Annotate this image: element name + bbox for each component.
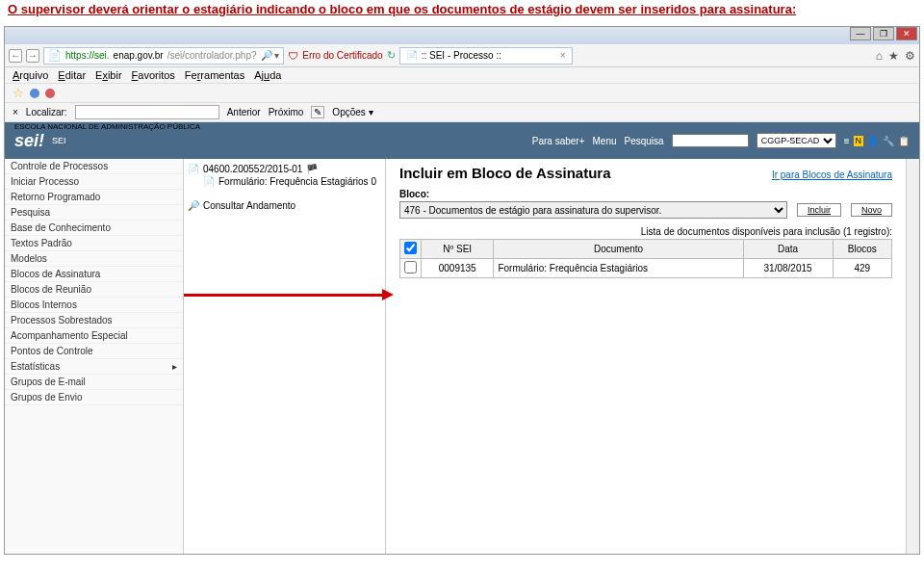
header-icon-4[interactable]: 🔧 (883, 136, 894, 146)
sidebar: Controle de Processos Iniciar Processo R… (5, 159, 184, 554)
row-checkbox[interactable] (404, 261, 417, 273)
sidebar-item-grupos-email[interactable]: Grupos de E-mail (5, 375, 183, 390)
header-link-saber[interactable]: Para saber+ (532, 136, 585, 146)
sidebar-item-blocos-assin[interactable]: Blocos de Assinatura (5, 267, 183, 282)
sei-logo: sei! (14, 131, 44, 151)
highlight-icon[interactable]: ✎ (311, 106, 324, 118)
browser-window: — ❐ ✕ ← → 📄 https://sei.enap.gov.br/sei/… (4, 26, 920, 555)
toolbar: ☆ (5, 84, 919, 103)
documents-table: Nº SEI Documento Data Blocos 0009135 For… (399, 239, 892, 278)
header-link-pesquisa[interactable]: Pesquisa (625, 136, 664, 146)
find-next[interactable]: Próximo (269, 107, 304, 117)
menubar: Arquivo Editar Exibir Favoritos Ferramen… (5, 67, 919, 84)
flag-icon: 🏴 (306, 164, 318, 174)
url-bar[interactable]: 📄 https://sei.enap.gov.br/sei/controlado… (43, 47, 284, 65)
tab-icon: 📄 (406, 50, 418, 61)
tools-icon[interactable]: ⚙ (905, 49, 915, 63)
forward-button[interactable]: → (26, 49, 39, 63)
menu-exibir[interactable]: Exibir (95, 69, 122, 81)
cert-error[interactable]: Erro do Certificado (302, 50, 382, 61)
list-caption: Lista de documentos disponíveis para inc… (399, 226, 892, 237)
th-blocos: Blocos (833, 240, 891, 259)
header-icon-3[interactable]: 👤 (867, 136, 879, 146)
menu-ajuda[interactable]: Ajuda (254, 69, 281, 81)
sidebar-item-textos[interactable]: Textos Padrão (5, 236, 183, 251)
sidebar-item-grupos-envio[interactable]: Grupos de Envio (5, 390, 183, 405)
findbar: × Localizar: Anterior Próximo ✎ Opções ▾ (5, 103, 919, 122)
home-icon[interactable]: ⌂ (876, 49, 883, 63)
close-button[interactable]: ✕ (896, 27, 917, 40)
sidebar-item-retorno[interactable]: Retorno Programado (5, 190, 183, 205)
sidebar-item-controle[interactable]: Controle de Processos (5, 159, 183, 174)
select-all-checkbox[interactable] (404, 242, 417, 254)
tab-close-icon[interactable]: × (560, 50, 566, 61)
tab-title: :: SEI - Processo :: (422, 50, 501, 61)
cell-numsei: 0009135 (422, 259, 494, 278)
star-icon[interactable]: ☆ (13, 86, 24, 100)
sidebar-item-iniciar[interactable]: Iniciar Processo (5, 174, 183, 190)
favorites-icon[interactable]: ★ (888, 49, 899, 63)
th-data: Data (743, 240, 833, 259)
menu-editar[interactable]: Editar (58, 69, 86, 81)
tree-panel: 📄 04600.200552/2015-01 🏴 📄 Formulário: F… (184, 159, 386, 554)
find-prev[interactable]: Anterior (227, 107, 261, 117)
th-numsei: Nº SEI (422, 240, 494, 259)
sidebar-item-pesquisa[interactable]: Pesquisa (5, 205, 183, 221)
sidebar-item-acomp[interactable]: Acompanhamento Especial (5, 328, 183, 344)
sidebar-item-modelos[interactable]: Modelos (5, 251, 183, 267)
sidebar-item-pontos[interactable]: Pontos de Controle (5, 344, 183, 359)
refresh-icon[interactable]: ↻ (387, 49, 396, 62)
tree-process[interactable]: 📄 04600.200552/2015-01 🏴 (188, 163, 381, 175)
sei-sublabel: SEI (52, 136, 66, 145)
maximize-button[interactable]: ❐ (873, 27, 894, 40)
tree-andamento[interactable]: 🔎 Consultar Andamento (188, 199, 381, 212)
tree-doc[interactable]: 📄 Formulário: Frequência Estagiários 0 (188, 175, 381, 188)
menu-arquivo[interactable]: Arquivo (13, 69, 48, 81)
header-icon-5[interactable]: 📋 (898, 136, 910, 146)
incluir-button[interactable]: Incluir (797, 203, 841, 217)
instruction-text: O supervisor deverá orientar o estagiári… (0, 0, 924, 18)
shield-icon: 🛡 (288, 50, 298, 62)
find-label: Localizar: (26, 107, 67, 117)
sidebar-item-base[interactable]: Base de Conhecimento (5, 221, 183, 236)
org-name: ESCOLA NACIONAL DE ADMINISTRAÇÃO PÚBLICA (14, 122, 200, 131)
url-path: /sei/controlador.php? (167, 50, 257, 61)
novo-button[interactable]: Novo (851, 203, 892, 217)
titlebar: — ❐ ✕ (5, 27, 919, 44)
find-input[interactable] (75, 105, 219, 119)
th-documento: Documento (494, 240, 743, 259)
doc-icon: 📄 (203, 176, 215, 187)
header-link-menu[interactable]: Menu (593, 136, 617, 146)
table-row[interactable]: 0009135 Formulário: Frequência Estagiári… (400, 259, 892, 278)
content-area: Controle de Processos Iniciar Processo R… (5, 159, 919, 554)
bloco-select[interactable]: 476 - Documentos de estágio para assinat… (399, 201, 787, 219)
minimize-button[interactable]: — (850, 27, 871, 40)
browser-tab[interactable]: 📄 :: SEI - Processo :: × (399, 47, 573, 65)
sidebar-item-sobrestados[interactable]: Processos Sobrestados (5, 313, 183, 328)
sidebar-item-estat[interactable]: Estatísticas▸ (5, 359, 183, 375)
search-icon: 🔎 (188, 200, 199, 211)
findbar-close-icon[interactable]: × (13, 107, 18, 117)
unit-select[interactable]: CGGP-SECAD (757, 133, 836, 148)
header-icon-1[interactable]: ≡ (844, 136, 850, 146)
cell-doc: Formulário: Frequência Estagiários (494, 259, 743, 278)
scrollbar[interactable] (906, 159, 919, 554)
sidebar-item-blocos-internos[interactable]: Blocos Internos (5, 298, 183, 313)
page-icon: 📄 (48, 49, 62, 62)
cell-blocos: 429 (833, 259, 891, 278)
navbar: ← → 📄 https://sei.enap.gov.br/sei/contro… (5, 44, 919, 67)
header-icon-2[interactable]: N (854, 136, 864, 146)
folder-icon: 📄 (188, 164, 199, 174)
goto-blocos-link[interactable]: Ir para Blocos de Assinatura (772, 169, 892, 180)
menu-favoritos[interactable]: Favoritos (132, 69, 175, 81)
url-host: enap.gov.br (114, 50, 164, 61)
circle-red-icon[interactable] (45, 89, 55, 98)
search-input[interactable] (672, 134, 749, 147)
url-scheme: https://sei. (65, 50, 110, 61)
back-button[interactable]: ← (9, 49, 22, 63)
red-arrow-annotation (184, 294, 386, 297)
sidebar-item-blocos-reuniao[interactable]: Blocos de Reunião (5, 282, 183, 298)
circle-blue-icon[interactable] (30, 89, 39, 98)
find-options[interactable]: Opções ▾ (332, 107, 372, 117)
menu-ferramentas[interactable]: Ferramentas (185, 69, 244, 81)
